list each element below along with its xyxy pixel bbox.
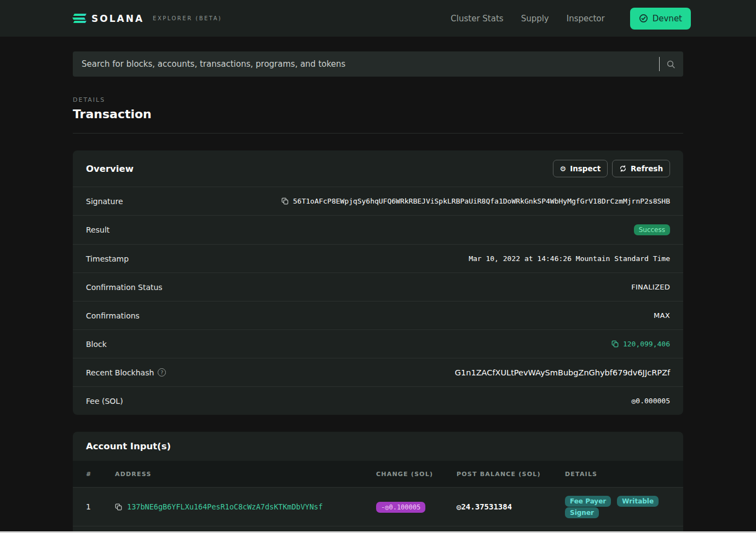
question-circle-icon[interactable]: ?	[158, 368, 166, 376]
row-label: Confirmation Status	[86, 283, 163, 292]
column-header-change: CHANGE (SOL)	[376, 471, 457, 478]
overview-row-result: Result Success	[73, 215, 683, 244]
result-status-badge: Success	[634, 224, 670, 235]
column-header-index: #	[86, 471, 115, 478]
account-inputs-table-header: # ADDRESS CHANGE (SOL) POST BALANCE (SOL…	[73, 461, 683, 487]
detail-badge-fee-payer: Fee Payer	[565, 496, 611, 507]
block-link[interactable]: 120,099,406	[611, 340, 670, 348]
overview-title: Overview	[86, 164, 134, 174]
search-divider	[659, 57, 660, 71]
page-title: Transaction	[73, 107, 683, 121]
overview-card: Overview ⚙ Inspect Refresh Signature	[73, 150, 683, 415]
row-label: Fee (SOL)	[86, 397, 123, 405]
confirmations-value: MAX	[654, 311, 670, 320]
nav-link-inspector[interactable]: Inspector	[567, 14, 605, 24]
row-label: Signature	[86, 197, 123, 206]
overview-actions: ⚙ Inspect Refresh	[553, 160, 671, 177]
change-badge: -◎0.100005	[376, 502, 425, 513]
search-icon[interactable]	[666, 60, 676, 69]
refresh-button[interactable]: Refresh	[612, 160, 670, 177]
brand-link[interactable]: SOLANA EXPLORER (BETA)	[73, 13, 222, 24]
overview-row-fee: Fee (SOL) ◎0.000005	[73, 386, 683, 415]
main-content: DETAILS Transaction Overview ⚙ Inspect R…	[73, 51, 683, 533]
overview-row-confirmations: Confirmations MAX	[73, 301, 683, 329]
account-inputs-card-header: Account Input(s)	[73, 432, 683, 461]
overview-row-timestamp: Timestamp Mar 10, 2022 at 14:46:26 Mount…	[73, 244, 683, 273]
post-balance-value: ◎24.37531384	[457, 502, 565, 511]
column-header-post-balance: POST BALANCE (SOL)	[457, 471, 565, 478]
column-header-details: DETAILS	[565, 471, 670, 478]
nav-link-cluster-stats[interactable]: Cluster Stats	[451, 14, 503, 24]
detail-badge-writable: Writable	[617, 496, 659, 507]
overview-row-recent-blockhash: Recent Blockhash ? G1n1ZACfXULtPevWAySmB…	[73, 358, 683, 386]
search-input[interactable]	[82, 59, 659, 69]
brand-subtitle: EXPLORER (BETA)	[153, 15, 222, 21]
nav-link-supply[interactable]: Supply	[521, 14, 549, 24]
column-header-address: ADDRESS	[115, 471, 376, 478]
row-label: Block	[86, 340, 107, 349]
details-eyebrow: DETAILS	[73, 96, 683, 103]
check-circle-icon	[639, 14, 648, 23]
confirmation-status-value: FINALIZED	[631, 283, 670, 291]
timestamp-value: Mar 10, 2022 at 14:46:26 Mountain Standa…	[469, 254, 670, 263]
row-index: 1	[86, 502, 115, 511]
row-label: Result	[86, 225, 109, 234]
brand-name: SOLANA	[91, 13, 144, 24]
refresh-button-label: Refresh	[631, 164, 663, 173]
inspect-button[interactable]: ⚙ Inspect	[553, 160, 608, 177]
solana-logo-icon	[73, 14, 86, 23]
app-root: SOLANA EXPLORER (BETA) Cluster Stats Sup…	[0, 0, 756, 533]
refresh-icon	[619, 165, 627, 172]
recent-blockhash-value: G1n1ZACfXULtPevWAySmBubgZnGhybf679dv6JJc…	[455, 368, 670, 377]
cluster-select-button[interactable]: Devnet	[630, 8, 691, 30]
copy-icon[interactable]	[611, 340, 619, 347]
overview-card-header: Overview ⚙ Inspect Refresh	[73, 150, 683, 187]
account-inputs-title: Account Input(s)	[86, 441, 171, 451]
row-label: Confirmations	[86, 311, 140, 320]
navbar: SOLANA EXPLORER (BETA) Cluster Stats Sup…	[0, 0, 756, 37]
row-label: Recent Blockhash	[86, 368, 154, 377]
details-badges: Fee Payer Writable Signer	[565, 495, 670, 518]
block-value: 120,099,406	[623, 340, 670, 348]
inspect-button-label: Inspect	[570, 164, 601, 173]
account-address-link[interactable]: 137bNE6gB6YFLXu164PesR1oC8cWzA7dsKTKmDbV…	[127, 502, 323, 511]
nav-links: Cluster Stats Supply Inspector	[451, 14, 604, 24]
copy-icon[interactable]	[115, 503, 122, 511]
search-bar[interactable]	[73, 51, 683, 77]
signature-value: 56T1oAFcP8EWpjqSy6hqUFQ6WRkRBEJViSpkLRBP…	[293, 197, 670, 205]
page-header: DETAILS Transaction	[73, 96, 683, 134]
overview-row-signature: Signature 56T1oAFcP8EWpjqSy6hqUFQ6WRkRBE…	[73, 187, 683, 215]
cluster-button-label: Devnet	[653, 14, 682, 24]
overview-row-block: Block 120,099,406	[73, 329, 683, 358]
detail-badge-signer: Signer	[565, 507, 599, 518]
overview-row-confirmation-status: Confirmation Status FINALIZED	[73, 273, 683, 301]
row-label: Timestamp	[86, 254, 129, 263]
account-inputs-card: Account Input(s) # ADDRESS CHANGE (SOL) …	[73, 432, 683, 533]
copy-icon[interactable]	[281, 198, 288, 205]
fee-value: ◎0.000005	[632, 397, 670, 405]
gear-icon: ⚙	[560, 165, 567, 172]
account-input-row: 1 137bNE6gB6YFLXu164PesR1oC8cWzA7dsKTKmD…	[73, 487, 683, 526]
